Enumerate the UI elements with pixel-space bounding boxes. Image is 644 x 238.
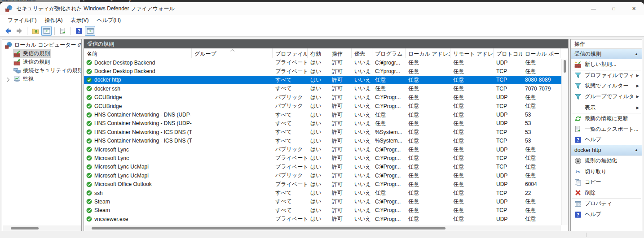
rule-row[interactable]: Microsoft Lyncプライベート,...はい許可いいえC:¥Progr.… [84,154,561,162]
action-item-1-4[interactable]: プロパティ [571,199,642,209]
rule-cell: はい [308,189,329,197]
action-item-0-5[interactable]: 最新の情報に更新 [571,113,642,124]
cell-text: 任意 [408,138,419,144]
column-header-7[interactable]: ローカル アドレス [406,48,450,58]
close-button[interactable]: × [624,2,644,15]
toolbar-show-action-pane-button[interactable] [85,26,95,36]
action-section-header-0[interactable]: 受信の規則▲ [571,49,642,59]
sidebar-item-outbound-rules[interactable]: 送信の規則 [2,58,81,66]
action-item-1-3[interactable]: 削除 [571,188,642,199]
maximize-button[interactable]: □ [604,2,624,15]
toolbar-export-list-button[interactable] [57,26,68,36]
sidebar-item-monitoring[interactable]: 監視 [2,75,81,83]
rule-cell: はい [308,128,329,136]
minimize-button[interactable]: — [583,2,604,15]
toolbar-help-button[interactable]: ? [74,26,84,36]
action-item-0-0[interactable]: 新しい規則... [571,59,642,70]
submenu-arrow-icon: ▶ [636,106,639,110]
rule-row[interactable]: docker sshすべてはい許可いいえ任意任意任意TCP7070-7079 [84,84,561,93]
sidebar-horizontal-scrollbar-thumb[interactable] [11,227,39,229]
rule-row[interactable]: sshすべてはい許可いいえ任意任意任意TCP22 [84,189,561,197]
tree-root-local-computer[interactable]: ローカル コンピューター のセキュリテ [2,41,81,49]
rule-row[interactable]: GCUBridgeパブリックはい許可いいえC:¥Progr...任意任意UDP任… [84,93,561,102]
rule-enabled-icon [86,182,92,187]
rule-row[interactable]: Steamすべてはい許可いいえC:¥Progr...任意任意UDP任意 [84,197,561,206]
sidebar-item-inbound-rules[interactable]: 受信の規則 [2,49,81,58]
rule-row[interactable]: HNS Container Networking - ICS DNS (TC..… [84,137,561,145]
cell-text: C:¥Progr... [375,199,401,205]
action-section-header-1[interactable]: docker http▲ [571,145,642,156]
cell-text: すべて [275,77,292,83]
list-vertical-scrollbar-thumb[interactable] [564,60,566,73]
cell-text: docker ssh [94,86,120,92]
rule-row[interactable]: vncviewer.exeプライベートはい許可いいえC:¥Progr...任意任… [84,215,561,223]
rule-row[interactable]: Docker Desktop Backendプライベート,...はい許可いいえC… [84,58,561,67]
rule-row[interactable]: Docker Desktop Backendプライベート,...はい許可いいえC… [84,67,561,75]
firewall-icon [5,5,13,12]
action-item-1-5[interactable]: ?ヘルプ [571,209,642,220]
cell-text: プライベート,... [275,59,308,65]
rule-cell: プライベート,... [273,181,308,188]
cell-text: 6004 [525,181,537,187]
toolbar-show-console-tree-button[interactable] [41,26,52,36]
toolbar-up-level-button[interactable] [30,26,40,36]
column-header-1[interactable]: グループ [192,48,273,58]
menu-item-0[interactable]: ファイル(F) [4,15,40,26]
action-item-0-7[interactable]: ?ヘルプ [571,134,642,145]
column-header-5[interactable]: 優先 [352,48,372,58]
column-header-10[interactable]: ローカル ポート [522,48,560,58]
chevron-right-icon [4,76,12,83]
rule-row[interactable]: Microsoft Lync UcMapiパブリックはい許可いいえC:¥Prog… [84,171,561,180]
list-horizontal-scrollbar-thumb[interactable] [92,227,446,229]
rule-cell: 許可 [329,146,352,153]
inbound-rules-icon [13,50,21,57]
toolbar-forward-button[interactable] [14,26,24,36]
rule-row[interactable]: HNS Container Networking - ICS DNS (TC..… [84,128,561,136]
column-header-label: プログラム [375,51,402,57]
rule-row[interactable]: docker httpすべてはい許可いいえ任意任意任意TCP8080-8089 [84,76,561,84]
action-item-0-4[interactable]: 表示▶ [571,102,642,113]
rule-enabled-icon [86,138,92,144]
column-header-4[interactable]: 操作 [329,48,352,58]
rule-cell: TCP [494,155,522,161]
rule-row[interactable]: Microsoft Lyncパブリックはい許可いいえC:¥Progr...任意任… [84,145,561,154]
rule-cell: 任意 [450,76,494,84]
rule-name-cell: HNS Container Networking - DNS (UDP-I... [84,112,192,118]
rule-row[interactable]: GCUBridgeパブリックはい許可いいえC:¥Progr...任意任意TCP任… [84,102,561,110]
action-item-0-2[interactable]: 状態でフィルター▶ [571,81,642,91]
rule-cell: 任意 [522,94,560,101]
column-header-9[interactable]: プロトコル [494,48,522,58]
action-item-0-3[interactable]: グループでフィルター▶ [571,91,642,102]
column-header-6[interactable]: プログラム [372,48,406,58]
cell-text: 任意 [375,120,386,126]
action-item-1-2[interactable]: コピー [571,177,642,188]
menu-item-2[interactable]: 表示(V) [66,15,93,26]
rule-row[interactable]: HNS Container Networking - DNS (UDP-I...… [84,119,561,128]
column-header-8[interactable]: リモート アドレス [450,48,494,58]
rule-row[interactable]: Microsoft Lync UcMapiプライベート,...はい許可いいえC:… [84,163,561,171]
rule-row[interactable]: HNS Container Networking - DNS (UDP-I...… [84,110,561,119]
cell-text: すべて [275,207,292,213]
toolbar-back-button[interactable] [3,26,13,36]
rule-row[interactable]: Microsoft Office Outlookプライベート,...はい許可いい… [84,180,561,188]
cell-text: C:¥Progr... [375,164,401,170]
rule-row[interactable]: Steamすべてはい許可いいえC:¥Progr...任意任意TCP任意 [84,206,561,215]
menu-item-1[interactable]: 操作(A) [40,15,66,26]
collapse-icon[interactable]: ▲ [635,148,638,152]
action-item-0-6[interactable]: 一覧のエクスポート... [571,124,642,135]
column-header-3[interactable]: 有効 [308,48,329,58]
action-item-0-1[interactable]: プロファイルでフィルター▶ [571,70,642,81]
rule-cell: いいえ [352,207,372,214]
collapse-icon[interactable]: ▲ [635,52,638,56]
column-header-label: リモート アドレス [453,51,494,57]
menu-item-3[interactable]: ヘルプ(H) [93,15,125,26]
column-header-0[interactable]: 名前 [84,48,192,58]
action-item-1-0[interactable]: 規則の無効化 [571,156,642,166]
rule-name-cell: Steam [84,207,192,213]
sidebar-item-connection-security[interactable]: 接続セキュリティの規則 [2,66,81,75]
column-header-2[interactable]: プロファイル [273,48,308,58]
list-vertical-scrollbar[interactable] [561,59,568,225]
rule-cell: 任意 [522,172,560,179]
cell-text: 任意 [453,129,464,135]
action-item-1-1[interactable]: ✂切り取り [571,166,642,177]
